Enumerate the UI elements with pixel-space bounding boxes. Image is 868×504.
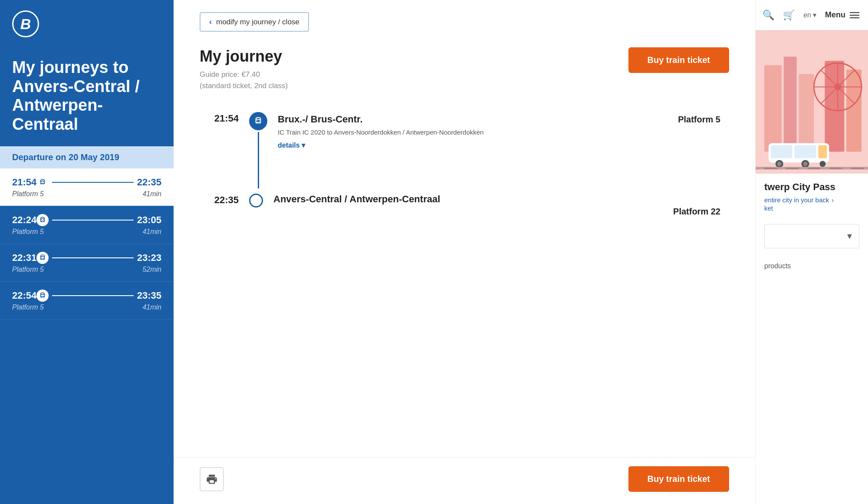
language-selector[interactable]: en ▾	[803, 11, 816, 19]
svg-rect-13	[771, 145, 792, 158]
journey-line	[52, 182, 133, 183]
chevron-right-icon: ›	[832, 196, 834, 204]
logo: B	[12, 10, 39, 37]
journey-depart-time: 22:54	[12, 290, 36, 301]
svg-rect-22	[764, 168, 777, 169]
timeline-line	[258, 132, 259, 188]
train-icon	[253, 116, 263, 126]
journey-list-item-0[interactable]: 21:54 22:35 Platform 5 41min	[0, 168, 174, 206]
detail-price: Guide price: €7.40 (standard ticket, 2nd…	[200, 69, 288, 91]
right-top-nav: 🔍 🛒 en ▾ Menu	[756, 0, 868, 30]
timeline-icon-col-arrival	[249, 194, 263, 208]
journey-platform: Platform 5	[12, 266, 44, 273]
journey-duration: 52min	[142, 266, 161, 273]
hamburger-icon	[850, 12, 859, 18]
train-icon-small	[36, 252, 49, 264]
svg-rect-24	[808, 168, 821, 169]
svg-point-17	[777, 161, 782, 166]
promo-link[interactable]: entire city in your back ›	[764, 196, 859, 204]
city-illustration	[756, 30, 868, 174]
svg-point-20	[819, 161, 825, 167]
journey-line	[52, 220, 133, 221]
journey-detail: My journey Guide price: €7.40 (standard …	[174, 32, 755, 457]
buy-btn-bottom-label: Buy train ticket	[648, 474, 710, 484]
svg-rect-23	[786, 168, 799, 169]
products-label: products	[764, 262, 791, 270]
arrival-station: Anvers-Central / Antwerpen-Centraal	[273, 194, 440, 205]
journey-duration: 41min	[142, 303, 161, 311]
buy-btn-top-label: Buy train ticket	[648, 55, 710, 65]
train-icon-small	[36, 176, 49, 188]
journey-depart-time: 22:24	[12, 214, 36, 226]
modify-bar: ‹ modify my journey / close	[174, 0, 755, 32]
journey-arrive-time: 23:05	[137, 214, 161, 226]
modify-journey-button[interactable]: ‹ modify my journey / close	[200, 12, 309, 32]
detail-title-block: My journey Guide price: €7.40 (standard …	[200, 47, 288, 91]
train-info: IC Train IC 2020 to Anvers-Noorderdokken…	[278, 128, 720, 137]
svg-rect-14	[795, 145, 816, 158]
svg-rect-1	[764, 65, 782, 152]
sidebar-title: My journeys to Anvers-Central / Antwerpe…	[12, 58, 161, 134]
journey-platform: Platform 5	[12, 303, 44, 311]
journey-list-item-3[interactable]: 22:54 23:35 Platform 5 41min	[0, 282, 174, 320]
chevron-down-icon: ▾	[302, 141, 305, 149]
timeline-arrival-row: 22:35 Anvers-Central / Antwerpen-Centraa…	[208, 194, 720, 217]
city-pass-promo: twerp City Pass entire city in your back…	[756, 174, 868, 217]
train-icon-dot	[249, 112, 267, 130]
sidebar-header: B	[0, 0, 174, 48]
svg-rect-25	[829, 168, 842, 169]
basket-icon[interactable]: 🛒	[783, 10, 795, 21]
departure-platform: Platform 5	[678, 115, 720, 125]
sidebar: B My journeys to Anvers-Central / Antwer…	[0, 0, 174, 504]
details-link[interactable]: details ▾	[278, 141, 305, 149]
buy-train-ticket-button-top[interactable]: Buy train ticket	[628, 47, 729, 73]
svg-point-19	[803, 161, 808, 166]
journey-line	[52, 257, 133, 258]
right-panel: 🔍 🛒 en ▾ Menu	[755, 0, 868, 504]
products-section: products	[756, 255, 868, 277]
timeline-icon-col-departure	[249, 112, 267, 190]
journey-arrive-time: 23:35	[137, 290, 161, 301]
journey-arrive-time: 23:23	[137, 252, 161, 264]
buy-train-ticket-button-bottom[interactable]: Buy train ticket	[628, 466, 729, 492]
journey-depart-time: 22:31	[12, 252, 36, 264]
main-content: ‹ modify my journey / close My journey G…	[174, 0, 755, 504]
svg-rect-3	[799, 74, 814, 152]
journey-line	[52, 295, 133, 296]
departure-label: Departure on 20 May 2019	[12, 152, 119, 162]
svg-rect-15	[818, 145, 827, 158]
timeline-departure-row: 21:54 Brux.-/ Brus-Centr.	[208, 112, 720, 190]
svg-rect-2	[784, 56, 797, 152]
journey-list-item-2[interactable]: 22:31 23:23 Platform 5 52min	[0, 244, 174, 282]
journey-duration: 41min	[142, 228, 161, 236]
chevron-down-icon: ▾	[813, 11, 816, 19]
price-label: Guide price: €7.40	[200, 70, 260, 79]
promo-sub: ket	[764, 204, 859, 212]
journey-list-item-1[interactable]: 22:24 23:05 Platform 5 41min	[0, 206, 174, 244]
search-icon[interactable]: 🔍	[763, 10, 774, 21]
arrival-content: Anvers-Central / Antwerpen-Centraal Plat…	[273, 194, 720, 217]
train-icon-small	[36, 214, 49, 226]
dropdown-area[interactable]: ▾	[764, 224, 859, 248]
bottom-bar: Buy train ticket	[174, 457, 755, 504]
arrival-time: 22:35	[208, 194, 239, 206]
arrival-platform: Platform 22	[673, 207, 720, 216]
detail-title: My journey	[200, 47, 288, 66]
departure-station-row: Brux.-/ Brus-Centr. Platform 5	[278, 114, 720, 125]
journey-platform: Platform 5	[12, 228, 44, 236]
menu-button[interactable]: Menu	[825, 10, 859, 20]
print-button[interactable]	[200, 467, 224, 491]
modify-btn-label: modify my journey / close	[216, 18, 299, 26]
ticket-type: (standard ticket, 2nd class)	[200, 82, 288, 90]
journey-timeline: 21:54 Brux.-/ Brus-Centr.	[200, 112, 729, 217]
journey-duration: 41min	[142, 190, 161, 198]
journey-list: 21:54 22:35 Platform 5 41min 22:24 23:05	[0, 168, 174, 320]
departure-content: Brux.-/ Brus-Centr. Platform 5 IC Train …	[278, 112, 720, 149]
promo-title: twerp City Pass	[764, 181, 859, 193]
arrival-circle-dot	[249, 194, 263, 208]
departure-time: 21:54	[208, 112, 239, 124]
svg-rect-26	[851, 168, 864, 169]
print-icon	[206, 473, 218, 485]
sidebar-title-section: My journeys to Anvers-Central / Antwerpe…	[0, 48, 174, 146]
promo-image	[756, 30, 868, 174]
